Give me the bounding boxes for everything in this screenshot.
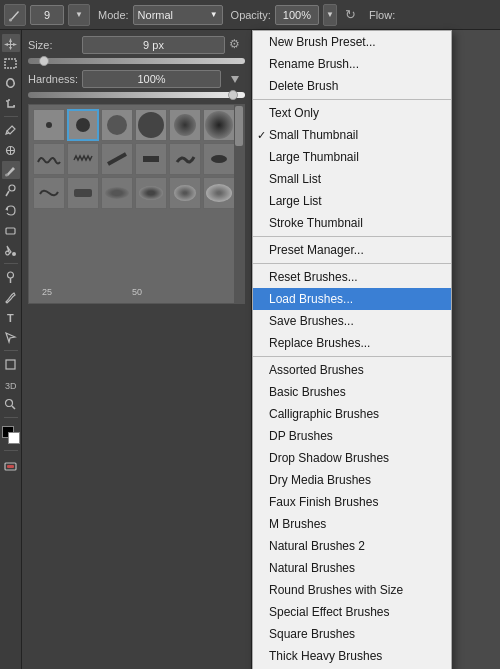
menu-item-label-natural-brushes: Natural Brushes <box>269 561 355 575</box>
menu-item-dp-brushes[interactable]: DP Brushes <box>253 425 451 447</box>
tool-shape[interactable] <box>2 355 20 373</box>
svg-text:T: T <box>7 312 14 324</box>
menu-item-stroke-thumbnail[interactable]: Stroke Thumbnail <box>253 212 451 234</box>
tool-brush[interactable] <box>2 161 20 179</box>
cycle-icon[interactable]: ↻ <box>341 5 361 25</box>
menu-item-checkmark-small-thumbnail: ✓ <box>257 129 266 142</box>
brush-item-3[interactable] <box>101 109 133 141</box>
brush-item-16[interactable] <box>135 177 167 209</box>
brush-item-1[interactable] <box>33 109 65 141</box>
svg-marker-1 <box>4 38 17 50</box>
brush-item-14[interactable] <box>67 177 99 209</box>
color-swatches[interactable] <box>2 426 20 444</box>
menu-item-new-brush-preset[interactable]: New Brush Preset... <box>253 31 451 53</box>
tool-heal[interactable] <box>2 141 20 159</box>
brush-panel-scrollbar[interactable] <box>234 105 244 303</box>
brush-tool-icon[interactable] <box>4 4 26 26</box>
menu-item-reset-brushes[interactable]: Reset Brushes... <box>253 266 451 288</box>
svg-line-18 <box>12 406 15 409</box>
opacity-value[interactable]: 100% <box>275 5 319 25</box>
background-color[interactable] <box>8 432 20 444</box>
brush-item-2[interactable] <box>67 109 99 141</box>
menu-item-label-text-only: Text Only <box>269 106 319 120</box>
menu-item-natural-brushes-2[interactable]: Natural Brushes 2 <box>253 535 451 557</box>
size-input[interactable]: 9 px <box>82 36 225 54</box>
brush-item-9[interactable] <box>101 143 133 175</box>
menu-item-dry-media-brushes[interactable]: Dry Media Brushes <box>253 469 451 491</box>
size-slider-thumb[interactable] <box>39 56 49 66</box>
menu-item-text-only[interactable]: Text Only <box>253 102 451 124</box>
brush-item-13[interactable] <box>33 177 65 209</box>
menu-item-faux-finish-brushes[interactable]: Faux Finish Brushes <box>253 491 451 513</box>
hardness-input[interactable]: 100% <box>82 70 221 88</box>
menu-item-calligraphic-brushes[interactable]: Calligraphic Brushes <box>253 403 451 425</box>
brush-item-8[interactable] <box>67 143 99 175</box>
tool-3d[interactable]: 3D <box>2 375 20 393</box>
menu-item-drop-shadow-brushes[interactable]: Drop Shadow Brushes <box>253 447 451 469</box>
tool-fill[interactable] <box>2 241 20 259</box>
menu-item-large-thumbnail[interactable]: Large Thumbnail <box>253 146 451 168</box>
brush-item-10[interactable] <box>135 143 167 175</box>
menu-item-small-list[interactable]: Small List <box>253 168 451 190</box>
gear-icon[interactable]: ⚙ <box>229 37 245 53</box>
brush-item-6[interactable] <box>203 109 235 141</box>
tool-path-select[interactable] <box>2 328 20 346</box>
hardness-slider-thumb[interactable] <box>228 90 238 100</box>
menu-item-large-list[interactable]: Large List <box>253 190 451 212</box>
tool-history-brush[interactable] <box>2 201 20 219</box>
menu-item-square-brushes[interactable]: Square Brushes <box>253 623 451 645</box>
brush-presets-area[interactable]: 25 50 <box>28 104 245 304</box>
tool-lasso[interactable] <box>2 74 20 92</box>
brush-item-4[interactable] <box>135 109 167 141</box>
menu-item-label-delete-brush: Delete Brush <box>269 79 338 93</box>
tool-select-rect[interactable] <box>2 54 20 72</box>
svg-rect-2 <box>5 59 16 68</box>
flow-label: Flow: <box>369 9 395 21</box>
tool-crop[interactable] <box>2 94 20 112</box>
brush-item-15[interactable] <box>101 177 133 209</box>
menu-item-replace-brushes[interactable]: Replace Brushes... <box>253 332 451 354</box>
tool-clone-stamp[interactable] <box>2 181 20 199</box>
menu-item-load-brushes[interactable]: Load Brushes... <box>253 288 451 310</box>
hardness-expand-icon[interactable] <box>225 71 245 87</box>
tool-quick-mask[interactable] <box>2 457 20 475</box>
menu-item-preset-manager[interactable]: Preset Manager... <box>253 239 451 261</box>
hardness-row: Hardness: 100% <box>28 70 245 88</box>
menu-item-basic-brushes[interactable]: Basic Brushes <box>253 381 451 403</box>
hardness-slider-track[interactable] <box>28 92 245 98</box>
menu-item-special-effect-brushes[interactable]: Special Effect Brushes <box>253 601 451 623</box>
brush-item-7[interactable] <box>33 143 65 175</box>
scrollbar-thumb[interactable] <box>235 106 243 146</box>
tool-separator-1 <box>4 116 18 117</box>
size-slider-track[interactable] <box>28 58 245 64</box>
menu-item-small-thumbnail[interactable]: ✓Small Thumbnail <box>253 124 451 146</box>
mode-dropdown[interactable]: Normal ▼ <box>133 5 223 25</box>
tool-zoom[interactable] <box>2 395 20 413</box>
menu-separator-sep4 <box>253 356 451 357</box>
brush-item-11[interactable] <box>169 143 201 175</box>
menu-item-save-brushes[interactable]: Save Brushes... <box>253 310 451 332</box>
left-toolbar: T 3D <box>0 30 22 669</box>
tool-move[interactable] <box>2 34 20 52</box>
menu-item-m-brushes[interactable]: M Brushes <box>253 513 451 535</box>
menu-item-label-large-list: Large List <box>269 194 322 208</box>
opacity-dropdown-arrow[interactable]: ▼ <box>323 4 337 26</box>
brush-item-5[interactable] <box>169 109 201 141</box>
menu-item-rename-brush[interactable]: Rename Brush... <box>253 53 451 75</box>
menu-item-round-brushes-with-size[interactable]: Round Brushes with Size <box>253 579 451 601</box>
svg-marker-21 <box>231 76 239 83</box>
menu-item-natural-brushes[interactable]: Natural Brushes <box>253 557 451 579</box>
tool-pen[interactable] <box>2 288 20 306</box>
menu-item-thick-heavy-brushes[interactable]: Thick Heavy Brushes <box>253 645 451 667</box>
menu-item-delete-brush[interactable]: Delete Brush <box>253 75 451 97</box>
brush-item-18[interactable] <box>203 177 235 209</box>
menu-item-assorted-brushes[interactable]: Assorted Brushes <box>253 359 451 381</box>
brush-item-17[interactable] <box>169 177 201 209</box>
brush-item-12[interactable] <box>203 143 235 175</box>
tool-eraser[interactable] <box>2 221 20 239</box>
tool-type[interactable]: T <box>2 308 20 326</box>
brush-options-icon[interactable]: ▼ <box>68 4 90 26</box>
brush-size-display[interactable]: 9 <box>30 5 64 25</box>
tool-dodge[interactable] <box>2 268 20 286</box>
tool-eyedropper[interactable] <box>2 121 20 139</box>
